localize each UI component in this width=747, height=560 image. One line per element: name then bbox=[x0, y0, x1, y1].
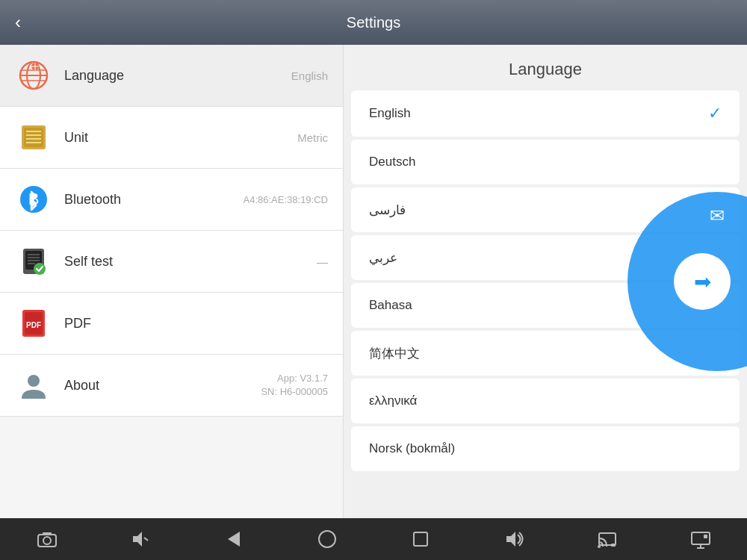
svg-marker-37 bbox=[133, 532, 142, 547]
language-label-arabic: عربي bbox=[369, 250, 397, 266]
nav-screen-button[interactable] bbox=[681, 523, 720, 556]
language-label-norwegian: Norsk (bokmål) bbox=[369, 441, 455, 456]
bottom-navigation bbox=[0, 518, 747, 560]
pdf-icon: PDF bbox=[15, 305, 52, 342]
svg-point-23 bbox=[34, 263, 46, 275]
bluetooth-icon: B bbox=[15, 181, 52, 218]
back-button[interactable]: ‹ bbox=[15, 12, 21, 33]
sidebar-value-bluetooth: A4:86:AE:38:19:CD bbox=[244, 194, 328, 205]
sidebar-label-selftest: Self test bbox=[64, 254, 317, 270]
sidebar-label-pdf: PDF bbox=[64, 316, 328, 332]
svg-text:✉: ✉ bbox=[710, 205, 725, 225]
sidebar-item-unit[interactable]: Unit Metric bbox=[0, 107, 343, 169]
nav-cast-button[interactable] bbox=[588, 523, 627, 556]
header-title: Settings bbox=[347, 14, 400, 31]
selftest-icon bbox=[15, 243, 52, 280]
language-label-bahasa: Bahasa bbox=[369, 298, 412, 313]
sidebar-label-language: Language bbox=[64, 68, 291, 84]
language-item-english[interactable]: English ✓ bbox=[351, 90, 740, 137]
sidebar-item-bluetooth[interactable]: B Bluetooth A4:86:AE:38:19:CD bbox=[0, 169, 343, 231]
svg-marker-39 bbox=[228, 532, 240, 547]
svg-rect-36 bbox=[43, 532, 52, 535]
svg-point-40 bbox=[319, 531, 335, 547]
svg-text:PDF: PDF bbox=[26, 321, 41, 329]
language-label-deutsch: Deutsch bbox=[369, 155, 415, 169]
nav-volume-down-button[interactable] bbox=[121, 523, 160, 556]
radial-menu: ➡ ✉ 🎦 📷 bbox=[620, 184, 747, 379]
language-label-greek: ελληνικά bbox=[369, 393, 417, 408]
svg-point-35 bbox=[43, 537, 51, 544]
nav-back-button[interactable] bbox=[214, 523, 253, 556]
nav-volume-up-button[interactable] bbox=[495, 523, 533, 556]
language-panel-title: Language bbox=[344, 45, 747, 90]
sidebar-value-selftest: — bbox=[317, 255, 328, 268]
nav-recents-button[interactable] bbox=[401, 523, 440, 556]
sidebar-label-about: About bbox=[64, 378, 261, 393]
svg-rect-41 bbox=[414, 532, 427, 546]
svg-text:➡: ➡ bbox=[694, 270, 711, 293]
sidebar-value-language: English bbox=[291, 69, 328, 82]
unit-icon bbox=[15, 119, 52, 156]
language-item-greek[interactable]: ελληνικά bbox=[351, 379, 740, 423]
svg-marker-42 bbox=[506, 532, 515, 547]
sidebar-value-unit: Metric bbox=[297, 131, 328, 144]
svg-point-27 bbox=[28, 375, 40, 387]
svg-rect-49 bbox=[704, 535, 707, 538]
sidebar-item-pdf[interactable]: PDF PDF bbox=[0, 293, 343, 355]
svg-rect-45 bbox=[611, 544, 616, 547]
svg-rect-9 bbox=[24, 128, 43, 147]
settings-sidebar: Language English Unit Metric bbox=[0, 45, 344, 518]
main-content: Language English Unit Metric bbox=[0, 45, 747, 518]
language-item-deutsch[interactable]: Deutsch bbox=[351, 140, 740, 184]
app-header: ‹ Settings bbox=[0, 0, 747, 45]
check-icon-english: ✓ bbox=[708, 104, 722, 123]
sidebar-item-selftest[interactable]: Self test — bbox=[0, 231, 343, 293]
nav-home-button[interactable] bbox=[308, 523, 347, 556]
sidebar-item-about[interactable]: About App: V3.1.7 SN: H6-000005 bbox=[0, 355, 343, 417]
sidebar-label-bluetooth: Bluetooth bbox=[64, 192, 244, 208]
language-icon bbox=[15, 57, 52, 94]
about-icon bbox=[15, 367, 52, 404]
sidebar-item-language[interactable]: Language English bbox=[0, 45, 343, 107]
svg-point-44 bbox=[598, 545, 601, 548]
language-label-english: English bbox=[369, 106, 411, 121]
language-label-chinese: 简体中文 bbox=[369, 345, 420, 362]
language-label-farsi: فارسی bbox=[369, 202, 406, 218]
language-panel: Language English ✓ Deutsch فارسی عربي Ba… bbox=[344, 45, 747, 518]
svg-line-38 bbox=[144, 538, 148, 541]
language-item-norwegian[interactable]: Norsk (bokmål) bbox=[351, 426, 740, 471]
svg-rect-46 bbox=[692, 532, 710, 544]
sidebar-label-unit: Unit bbox=[64, 130, 297, 146]
nav-camera-button[interactable] bbox=[28, 523, 66, 556]
sidebar-value-about: App: V3.1.7 SN: H6-000005 bbox=[261, 372, 328, 399]
